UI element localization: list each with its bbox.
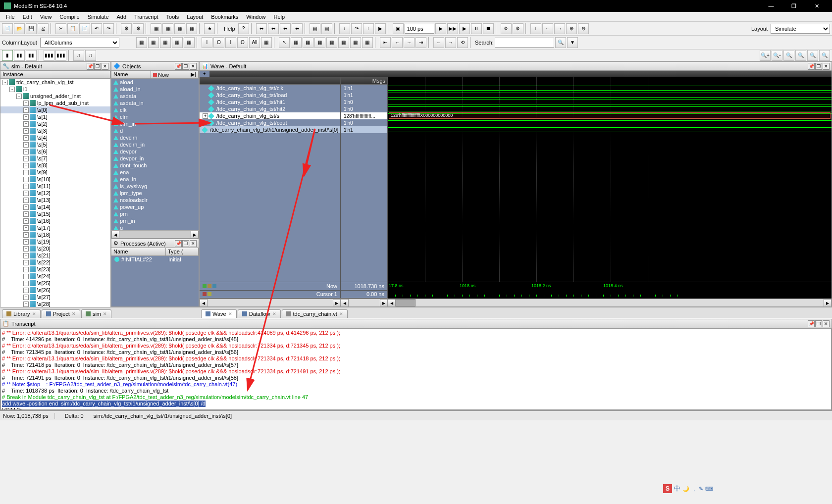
object-item[interactable]: aload_in — [111, 86, 199, 93]
tool-btn-r2-17[interactable]: ▦ — [350, 37, 361, 48]
nav-up-button[interactable]: ↑ — [530, 23, 541, 34]
tool-btn-r2-2[interactable]: ▦ — [148, 37, 159, 48]
expand-icon[interactable]: + — [23, 211, 29, 217]
tool-btn-15[interactable]: ⊕ — [566, 23, 577, 34]
wave-signal-name[interactable]: /tdc_carry_chain_vlg_tst/hit1 — [200, 99, 340, 105]
panel-close-button[interactable]: ✕ — [102, 63, 108, 70]
tool-btn-7[interactable]: ⬌ — [268, 23, 279, 34]
tool-btn-r2-19[interactable]: ⇤ — [380, 37, 391, 48]
sim-tree-item[interactable]: +\s[6] — [0, 148, 110, 155]
tab-close-icon[interactable]: ✕ — [272, 311, 276, 316]
lang-icon[interactable]: 中 — [674, 484, 680, 493]
object-item[interactable]: prn — [111, 210, 199, 217]
tab-close-icon[interactable]: ✕ — [339, 311, 343, 316]
tool-btn-r2-12[interactable]: ▦ — [291, 37, 302, 48]
wave-signal-name[interactable]: /tdc_carry_chain_vlg_tst/clk — [200, 85, 340, 92]
panel-max-button[interactable]: ❐ — [815, 320, 822, 327]
sim-tree-item[interactable]: +\s[21] — [0, 252, 110, 259]
tool-btn-5[interactable]: ★ — [204, 23, 215, 34]
step-out-button[interactable]: ↑ — [363, 23, 374, 34]
object-item[interactable]: prn_in — [111, 217, 199, 224]
expand-icon[interactable]: + — [23, 101, 29, 106]
sim-tree-item[interactable]: +lp_lpm_add_sub_inst — [0, 100, 110, 106]
sim-tree-item[interactable]: +\s[9] — [0, 169, 110, 176]
sim-tree-item[interactable]: +\s[10] — [0, 176, 110, 183]
copy-button[interactable]: 📋 — [67, 23, 78, 34]
layout-select[interactable]: Simulate — [771, 24, 830, 34]
sim-tree-item[interactable]: +\s[28] — [0, 301, 110, 307]
sim-tree-item[interactable]: +\s[17] — [0, 224, 110, 231]
tool-btn-8[interactable]: ⬌ — [280, 23, 291, 34]
tool-btn-r2-24[interactable]: → — [445, 37, 456, 48]
time-input[interactable] — [405, 24, 434, 34]
object-item[interactable]: aload — [111, 79, 199, 86]
tool-btn-2[interactable]: ▦ — [162, 23, 173, 34]
tool-btn-r2-14[interactable]: ▦ — [314, 37, 325, 48]
zoom-in-button[interactable]: 🔍+ — [760, 50, 771, 61]
tool-btn-r2-15[interactable]: ▦ — [326, 37, 337, 48]
zoom-fit-button[interactable]: 🔍 — [783, 50, 794, 61]
sim-tree-item[interactable]: +\s[15] — [0, 210, 110, 217]
sim-tree-item[interactable]: -unsigned_adder_inst — [0, 93, 110, 100]
panel-pin-button[interactable]: 📌 — [808, 320, 815, 327]
tool-btn-r2-20[interactable]: ← — [392, 37, 403, 48]
expand-icon[interactable]: + — [23, 128, 29, 134]
tab-close-icon[interactable]: ✕ — [72, 311, 76, 316]
wave-signal-name[interactable]: /tdc_carry_chain_vlg_tst/i1/unsigned_add… — [200, 126, 340, 133]
tool-btn-r2-11[interactable]: ▦ — [261, 37, 272, 48]
object-item[interactable]: ena — [111, 169, 199, 176]
tool-btn-r2-5[interactable]: ▦ — [184, 37, 195, 48]
menu-tools[interactable]: Tools — [162, 13, 183, 21]
expand-icon[interactable]: - — [2, 80, 8, 85]
object-item[interactable]: devclrn_in — [111, 141, 199, 148]
help-button[interactable]: ? — [238, 23, 249, 34]
panel-max-button[interactable]: ❐ — [94, 63, 101, 70]
expand-icon[interactable]: + — [23, 114, 29, 120]
sim-tree-item[interactable]: +\s[11] — [0, 183, 110, 190]
wave-signal-name[interactable]: /tdc_carry_chain_vlg_tst/cout — [200, 119, 340, 126]
expand-icon[interactable]: + — [23, 253, 29, 258]
menu-edit[interactable]: Edit — [19, 13, 36, 21]
expand-icon[interactable]: + — [23, 295, 29, 300]
ime-icon[interactable]: S — [663, 484, 672, 493]
menu-transcript[interactable]: Transcript — [130, 13, 162, 21]
sim-tree-item[interactable]: -i1 — [0, 86, 110, 93]
sim-tree-item[interactable]: +\s[19] — [0, 238, 110, 245]
panel-close-button[interactable]: ✕ — [190, 240, 197, 247]
sim-tree-item[interactable]: +\s[24] — [0, 273, 110, 280]
expand-icon[interactable]: + — [23, 135, 29, 141]
wave-tool-2[interactable]: ▮▮ — [14, 50, 25, 61]
tool-btn-r2-1[interactable]: ▦ — [136, 37, 147, 48]
wave-tool-1[interactable]: ▮ — [2, 50, 13, 61]
sim-tree-item[interactable]: +\s[2] — [0, 120, 110, 127]
object-item[interactable]: asdata_in — [111, 100, 199, 106]
zoom-tool-4[interactable]: 🔍 — [795, 50, 806, 61]
sim-tree-item[interactable]: +\s[8] — [0, 162, 110, 169]
search-next-button[interactable]: ▼ — [567, 37, 578, 48]
object-item[interactable]: devpor — [111, 148, 199, 155]
wave-signal-name[interactable]: /tdc_carry_chain_vlg_tst/load — [200, 92, 340, 99]
sim-tree-item[interactable]: +\s[5] — [0, 141, 110, 148]
tool-btn-r2-9[interactable]: O — [237, 37, 248, 48]
comma-icon[interactable]: ， — [691, 485, 697, 493]
process-item[interactable]: #INITIAL#22 Initial — [111, 256, 199, 263]
tool-btn-3[interactable]: ▦ — [174, 23, 185, 34]
sim-tree-item[interactable]: +\s[3] — [0, 127, 110, 134]
tab-wave[interactable]: Wave✕ — [201, 309, 237, 318]
open-button[interactable]: 📂 — [14, 23, 25, 34]
expand-icon[interactable]: + — [23, 232, 29, 238]
search-input[interactable] — [495, 38, 554, 48]
sim-tree-item[interactable]: +\s[23] — [0, 266, 110, 273]
sim-header-instance[interactable]: Instance — [0, 71, 110, 78]
sim-tree-item[interactable]: +\s[0] — [0, 106, 110, 113]
zoom-tool-6[interactable]: 🔍 — [819, 50, 830, 61]
object-item[interactable]: clrn_in — [111, 120, 199, 127]
cursor-button[interactable]: ↖ — [279, 37, 290, 48]
continue-button[interactable]: ▶ — [459, 23, 470, 34]
panel-close-button[interactable]: ✕ — [190, 63, 197, 70]
expand-icon[interactable]: + — [23, 156, 29, 161]
moon-icon[interactable]: 🌙 — [682, 486, 689, 492]
zoom-out-button[interactable]: 🔍- — [772, 50, 782, 61]
menu-simulate[interactable]: Simulate — [84, 13, 113, 21]
wave-tool-7[interactable]: ⎍ — [85, 50, 96, 61]
